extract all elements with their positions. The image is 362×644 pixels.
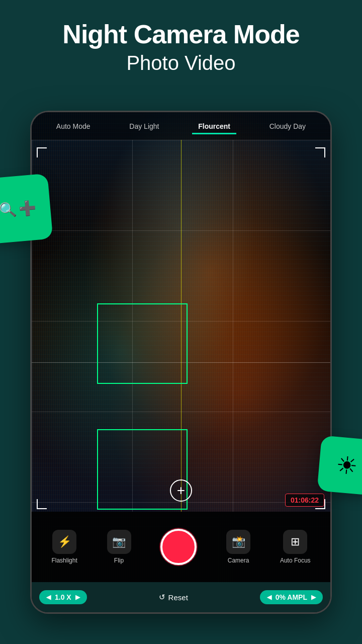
badge-zoom-plus-icon: ➕ [18,199,37,217]
timer-badge: 01:06:22 [285,494,324,507]
wb-tab-auto[interactable]: Auto Mode [50,119,97,133]
zoom-control[interactable]: ◀ 1.0 X ▶ [39,590,87,604]
amplification-control[interactable]: ◀ 0% AMPL ▶ [260,590,323,604]
zoom-decrease-button[interactable]: ◀ [46,594,51,601]
phone-frame: Auto Mode Day Light Flourcent Cloudy Day… [30,111,332,614]
reset-button[interactable]: ↺ Reset [159,593,188,602]
shutter-button[interactable] [160,529,197,565]
reset-icon: ↺ [159,593,165,602]
badge-search-icon: 🔍 [0,201,17,219]
wb-tab-cloudy[interactable]: Cloudy Day [263,119,312,133]
reset-label: Reset [168,593,188,602]
ampl-increase-button[interactable]: ▶ [311,594,316,601]
app-title-line1: Night Camera Mode [10,20,352,49]
settings-bar: ◀ 1.0 X ▶ ↺ Reset ◀ 0% AMPL ▶ [32,582,330,612]
corner-bracket-tr [315,147,325,157]
wb-tab-fluorescent[interactable]: Flourcent [192,119,236,133]
brightness-badge: ☀ [317,435,362,495]
shutter-circle [160,529,197,565]
corner-bracket-bl [37,499,47,509]
flip-label: Flip [114,557,124,564]
zoom-badge: 🔍 ➕ [0,174,53,245]
camera-icon: 📸 [226,530,250,554]
ampl-value: 0% AMPL [276,593,307,601]
camera-controls-bar: ⚡ Flashlight 📷 Flip 📸 Camera ⊞ Auto Focu… [32,512,330,582]
camera-switch-button[interactable]: 📸 Camera [226,530,250,564]
badge-sun-icon: ☀ [335,450,359,480]
plus-icon: + [177,482,185,499]
flashlight-icon: ⚡ [52,530,76,554]
app-header: Night Camera Mode Photo Video [0,0,362,85]
autofocus-label: Auto Focus [280,557,311,564]
autofocus-icon: ⊞ [283,530,307,554]
ampl-decrease-button[interactable]: ◀ [267,594,272,601]
wb-tab-daylight[interactable]: Day Light [123,119,165,133]
zoom-value: 1.0 X [55,593,71,601]
flashlight-button[interactable]: ⚡ Flashlight [51,530,77,564]
focus-rectangle-top [97,303,188,384]
camera-label: Camera [228,557,249,564]
autofocus-button[interactable]: ⊞ Auto Focus [280,530,311,564]
flashlight-label: Flashlight [51,557,77,564]
flip-icon: 📷 [107,530,131,554]
zoom-increase-button[interactable]: ▶ [75,594,80,601]
flip-button[interactable]: 📷 Flip [107,530,131,564]
corner-bracket-tl [37,147,47,157]
camera-viewfinder: Auto Mode Day Light Flourcent Cloudy Day… [32,112,330,612]
add-button[interactable]: + [170,479,192,502]
app-title-line2: Photo Video [10,52,352,74]
white-balance-tabs: Auto Mode Day Light Flourcent Cloudy Day [32,112,330,140]
